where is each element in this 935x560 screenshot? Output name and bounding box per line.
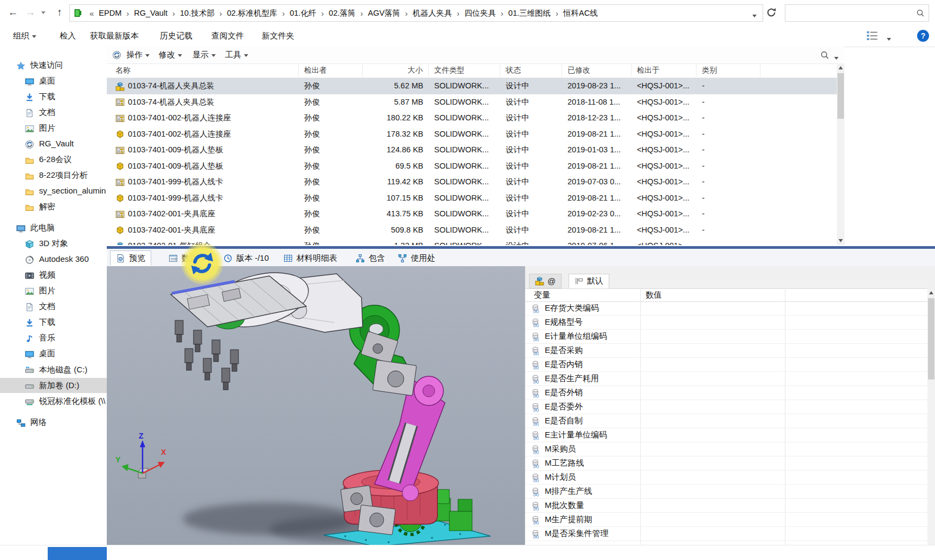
file-row[interactable]: 0103-7402-01-气缸组合孙俊1.33 MBSOLIDWORK...设计… [107,238,837,245]
scroll-down-icon[interactable] [837,236,844,245]
file-row[interactable]: 0103-7401-009-机器人垫板孙俊69.5 KBSOLIDWORK...… [107,158,837,175]
breadcrumb-chevron-icon[interactable]: › [552,9,562,18]
breadcrumb-chevron-icon[interactable]: › [318,9,328,18]
sidebar-section-quick-access[interactable]: 快速访问 [0,57,107,73]
file-row[interactable]: 0103-7401-009-机器人垫板孙俊124.86 KBSOLIDWORK.… [107,142,837,158]
variable-row[interactable]: (x)E计量单位组编码 [525,330,928,344]
breadcrumb-item[interactable]: EPDM [98,9,122,17]
pdm-menu-2[interactable]: 修改 [159,47,182,63]
pdm-search-chevron-icon[interactable] [834,53,839,63]
file-row[interactable]: 0103-7401-999-机器人线卡孙俊119.42 KBSOLIDWORK.… [107,174,837,190]
address-field[interactable]: « EPDM›RG_Vault›10.技术部›02.标准机型库›01.化纤›02… [69,4,763,22]
sidebar-item-6-28会议[interactable]: 6-28会议 [0,152,107,167]
breadcrumb-item[interactable]: 恒科AC线 [562,8,599,18]
file-row[interactable]: 0103-7402-001-夹具底座孙俊509.8 KBSOLIDWORK...… [107,222,837,239]
file-row[interactable]: 0103-74-机器人夹具总装孙俊5.62 MBSOLIDWORK...设计中2… [107,78,837,94]
breadcrumb-item[interactable]: 01.化纤 [288,8,317,18]
breadcrumb-chevron-icon[interactable]: › [357,9,367,18]
toolbar-button-4[interactable]: 历史记载 [160,25,192,46]
variable-row[interactable]: (x)E主计量单位编码 [525,428,928,442]
variable-value[interactable] [640,513,781,526]
scroll-up-icon[interactable] [837,63,844,72]
variable-row[interactable]: (x)E规格型号 [525,316,928,330]
sidebar-item-sy_section_alumin[interactable]: sy_section_alumin [0,183,107,198]
file-row[interactable]: 0103-7401-002-机器人连接座孙俊180.22 KBSOLIDWORK… [107,110,837,126]
file-row[interactable]: 0103-7402-001-夹具底座孙俊413.75 KBSOLIDWORK..… [107,206,837,222]
toolbar-button-2[interactable]: 检入 [60,25,76,46]
column-header-5[interactable]: 状态 [500,63,562,77]
breadcrumb-item[interactable]: 四位夹具 [463,8,497,18]
variable-row[interactable]: (x)E是否采购 [525,344,928,358]
tab-使用处[interactable]: 使用处 [392,250,441,266]
sidebar-item-RG_Vault[interactable]: RG_Vault [0,136,107,151]
refresh-icon[interactable] [765,7,777,18]
sidebar-item-音乐[interactable]: 音乐 [0,330,107,345]
variable-value[interactable] [640,372,781,385]
variable-row[interactable]: (x)E是否生产耗用 [525,372,928,386]
config-tab-at[interactable]: @ [529,274,562,288]
variable-row[interactable]: (x)M工艺路线 [525,456,928,471]
variable-value[interactable] [640,344,781,357]
search-icon[interactable] [916,9,925,17]
variable-row[interactable]: (x)M批次数量 [525,499,928,513]
variable-row[interactable]: (x)M生产提前期 [525,513,928,527]
variable-value[interactable] [640,386,781,400]
sidebar-item-锐冠标准化模板 (\\[interactable]: 锐冠标准化模板 (\\ [0,394,107,409]
sidebar-item-文档[interactable]: 文档 [0,299,107,314]
file-row[interactable]: 0103-7401-002-机器人连接座孙俊178.32 KBSOLIDWORK… [107,126,837,143]
file-row[interactable]: 0103-7401-999-机器人线卡孙俊107.15 KBSOLIDWORK.… [107,190,837,207]
toolbar-button-1[interactable]: 组织 [13,25,36,46]
file-list-scrollbar[interactable] [837,63,844,245]
history-chevron-icon[interactable] [39,5,48,20]
sidebar-item-解密[interactable]: 解密 [0,199,107,214]
variable-value[interactable] [640,400,781,414]
sidebar-item-图片[interactable]: 图片 [0,120,107,136]
breadcrumb-chevron-icon[interactable]: › [497,9,507,18]
breadcrumb-chevron-icon[interactable]: › [122,9,133,18]
address-chevron-icon[interactable] [752,11,757,21]
column-header-8[interactable]: 类别 [697,63,760,77]
config-tab-default[interactable]: 默认 [569,274,609,288]
sidebar-section-network[interactable]: 网络 [0,415,107,430]
variable-row[interactable]: (x)E是否委外 [525,400,928,414]
variable-value[interactable] [640,358,781,371]
breadcrumb-chevron-icon[interactable]: › [216,9,226,18]
sidebar-item-新加卷 (D:)[interactable]: 新加卷 (D:) [0,378,107,393]
breadcrumb-overflow[interactable]: « [86,9,98,18]
column-header-1[interactable]: 名称 [110,63,299,77]
preview-3d-viewport[interactable]: Z X Y [107,266,525,545]
toolbar-button-6[interactable]: 新文件夹 [262,25,294,46]
toolbar-button-5[interactable]: 查阅文件 [211,25,244,46]
variable-value[interactable] [640,414,781,428]
sidebar-item-8-22项目分析[interactable]: 8-22项目分析 [0,168,107,183]
sidebar-item-本地磁盘 (C:)[interactable]: 本地磁盘 (C:) [0,362,107,377]
breadcrumb-item[interactable]: 机器人夹具 [411,8,453,18]
variable-value[interactable] [640,485,781,498]
pdm-search-icon[interactable] [820,50,830,60]
breadcrumb-item[interactable]: 10.技术部 [179,8,216,18]
variables-scrollbar[interactable] [927,288,935,545]
column-header-6[interactable]: 已修改 [562,63,631,77]
variable-value[interactable] [640,499,781,512]
pdm-menu-1[interactable]: 操作 [126,47,150,63]
tab-版本 -/10[interactable]: 版本 -/10 [218,250,274,266]
breadcrumb-item[interactable]: RG_Vault [133,9,169,17]
variable-value[interactable] [640,471,781,484]
scrollbar-thumb[interactable] [928,298,934,379]
breadcrumb-chevron-icon[interactable]: › [169,9,179,18]
variable-row[interactable]: (x)M计划员 [525,471,928,485]
variable-row[interactable]: (x)M采购员 [525,442,928,456]
sidebar-item-下载[interactable]: 下载 [0,314,107,330]
pdm-menu-4[interactable]: 工具 [225,47,248,63]
sidebar-item-桌面[interactable]: 桌面 [0,73,107,88]
sidebar-item-下载[interactable]: 下载 [0,89,107,104]
breadcrumb-item[interactable]: AGV落筒 [367,8,402,18]
breadcrumb-chevron-icon[interactable]: › [401,9,411,18]
sidebar-item-Autodesk 360[interactable]: Autodesk 360 [0,252,107,267]
search-input[interactable] [789,7,910,20]
variable-row[interactable]: (x)M排产生产线 [525,485,928,499]
sidebar-item-视频[interactable]: 视频 [0,267,107,282]
column-header-2[interactable]: 检出者 [299,63,363,77]
view-toggle-icon[interactable] [866,30,879,43]
variable-row[interactable]: (x)E存货大类编码 [525,301,928,316]
